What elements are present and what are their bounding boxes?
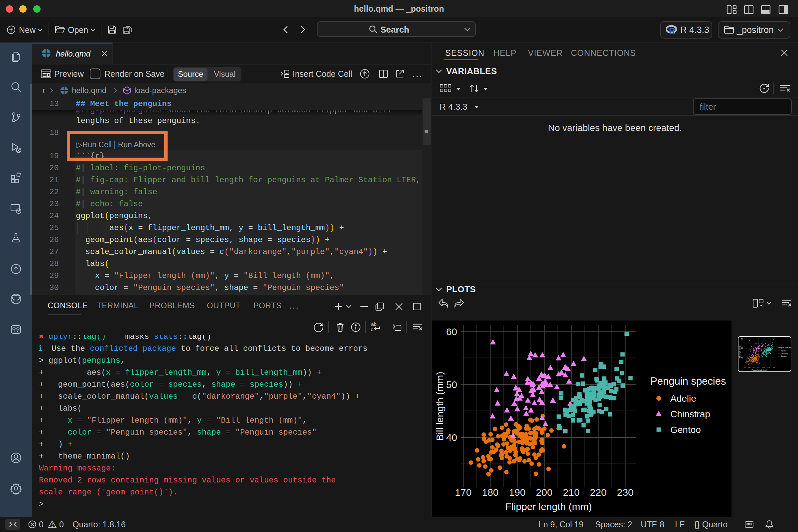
svg-text:200: 200: [757, 366, 760, 368]
svg-text:190: 190: [752, 366, 755, 368]
svg-text:200: 200: [536, 487, 553, 498]
svg-text:40: 40: [446, 432, 457, 443]
svg-text:170: 170: [742, 366, 745, 368]
svg-text:R: R: [669, 26, 675, 35]
svg-text:50: 50: [446, 379, 457, 390]
svg-text:180: 180: [747, 366, 750, 368]
svg-text:Chinstrap: Chinstrap: [781, 353, 788, 355]
svg-text:220: 220: [590, 487, 607, 498]
svg-text:Penguin species: Penguin species: [777, 346, 791, 348]
svg-text:Flipper length (mm): Flipper length (mm): [506, 501, 592, 512]
svg-text:40: 40: [741, 357, 743, 359]
svg-text:Gentoo: Gentoo: [781, 355, 787, 357]
svg-text:Bill length (mm): Bill length (mm): [739, 346, 741, 358]
svg-text:60: 60: [741, 338, 743, 340]
svg-text:180: 180: [482, 487, 498, 498]
svg-text:170: 170: [455, 487, 472, 498]
svg-text:Penguin species: Penguin species: [650, 375, 726, 387]
svg-text:230: 230: [617, 487, 633, 498]
svg-text:210: 210: [563, 487, 580, 498]
svg-text:50: 50: [741, 347, 743, 349]
svg-text:Adelie: Adelie: [670, 393, 696, 404]
svg-text:230: 230: [772, 366, 774, 368]
svg-text:Chinstrap: Chinstrap: [670, 409, 710, 419]
svg-text:Flipper length (mm): Flipper length (mm): [752, 369, 767, 371]
svg-text:c: c: [371, 326, 374, 332]
svg-text:210: 210: [762, 366, 765, 368]
svg-text:Bill length (mm): Bill length (mm): [434, 372, 445, 441]
svg-text:ab: ab: [371, 321, 377, 327]
svg-text:190: 190: [509, 487, 526, 498]
svg-text:220: 220: [767, 366, 770, 368]
svg-text:Gentoo: Gentoo: [670, 424, 701, 435]
svg-text:Adelie: Adelie: [781, 350, 786, 352]
svg-text:60: 60: [446, 326, 457, 337]
